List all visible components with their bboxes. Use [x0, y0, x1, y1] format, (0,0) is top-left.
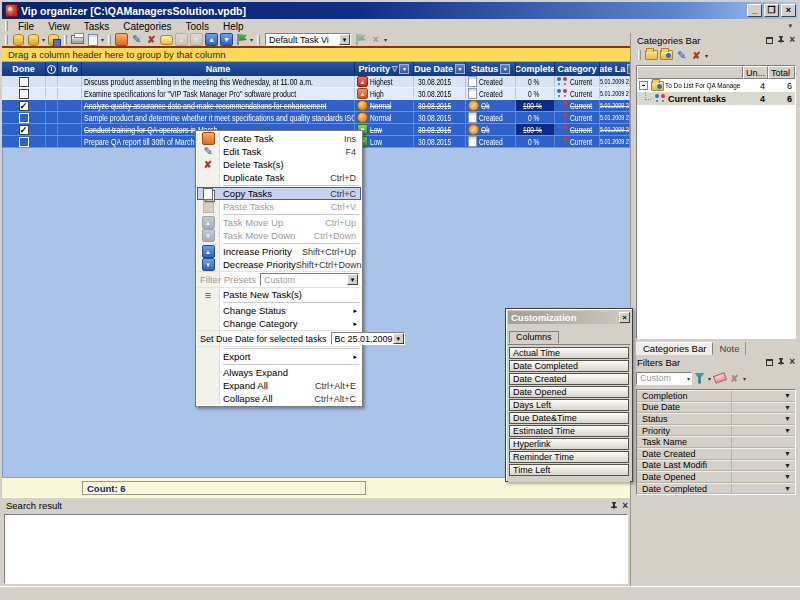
collapse-icon[interactable] [639, 81, 648, 90]
chevron-down-icon[interactable]: ▼ [347, 274, 358, 285]
chevron-down-icon[interactable]: ▾ [687, 375, 690, 382]
delete-task-icon[interactable]: ✘ [145, 33, 158, 46]
close-icon[interactable]: × [622, 502, 628, 510]
column-chip[interactable]: Time Left [509, 464, 629, 476]
column-header-info[interactable]: Info [58, 62, 82, 76]
menu-item[interactable]: File [11, 21, 41, 32]
close-icon[interactable]: × [619, 312, 630, 323]
context-menu-item[interactable]: Task Move Down Ctrl+Down [197, 229, 361, 242]
context-menu-item[interactable]: Copy Tasks Ctrl+C [197, 187, 361, 200]
context-menu-item[interactable]: Paste New Task(s) [197, 288, 361, 301]
filter-preset-combo[interactable]: Custom ▾ [636, 372, 692, 385]
menubar-overflow-icon[interactable]: ▾ [788, 22, 792, 30]
column-header-status[interactable]: Status [466, 62, 516, 76]
context-menu-item[interactable]: Set Due Date for selected tasks Bc 25.01… [197, 330, 361, 347]
customization-title-bar[interactable]: Customization × [508, 311, 630, 324]
search-result-content[interactable] [4, 514, 628, 584]
menu-item[interactable]: Tasks [77, 21, 117, 32]
column-chip[interactable]: Estimated Time [509, 425, 629, 437]
filter-row[interactable]: Date Last Modifi ▼ [637, 460, 795, 472]
flag-icon[interactable] [235, 33, 248, 46]
table-row[interactable]: Examine specifications for "VIP Task Man… [2, 88, 630, 100]
new-category-icon[interactable] [645, 49, 658, 62]
menu-item[interactable]: Tools [179, 21, 216, 32]
done-checkbox[interactable] [19, 125, 29, 135]
chevron-down-icon[interactable]: ▼ [784, 427, 795, 434]
context-menu-item[interactable]: Decrease Priority Shift+Ctrl+Down [197, 258, 361, 271]
toolbar-overflow-icon[interactable]: ▾ [705, 52, 708, 59]
tree-header-unread[interactable]: Un... [743, 66, 768, 79]
chevron-down-icon[interactable]: ▼ [784, 485, 795, 492]
restore-button[interactable]: ❐ [764, 4, 779, 17]
context-menu-item[interactable]: Duplicate Task Ctrl+D [197, 171, 361, 184]
delete-category-icon[interactable]: ✘ [690, 49, 703, 62]
increase-priority-icon[interactable]: ▲ [205, 33, 218, 46]
filter-row[interactable]: Date Completed ▼ [637, 483, 795, 495]
table-row[interactable]: Analyze quality assurance data and make … [2, 100, 630, 112]
close-icon[interactable]: × [789, 36, 795, 44]
filter-row[interactable]: Date Opened ▼ [637, 471, 795, 483]
print-icon[interactable] [71, 33, 84, 46]
context-menu-item[interactable]: Change Status [197, 304, 361, 317]
sidebar-tab[interactable]: Categories Bar [636, 342, 713, 355]
menu-item[interactable]: Categories [116, 21, 178, 32]
chevron-down-icon[interactable]: ▼ [784, 404, 795, 411]
tree-root-row[interactable]: To Do List For QA Manage 4 6 [637, 79, 795, 92]
column-header-done[interactable]: Done [2, 62, 46, 76]
chevron-down-icon[interactable]: ▼ [784, 450, 795, 457]
edit-category-icon[interactable]: ✎ [675, 49, 688, 62]
new-database-icon[interactable] [12, 33, 25, 46]
context-menu-item[interactable]: Filter Presets Custom ▼ [197, 271, 361, 288]
edit-task-icon[interactable]: ✎ [130, 33, 143, 46]
save-database-icon[interactable] [47, 33, 60, 46]
menu-item[interactable]: View [41, 21, 77, 32]
chevron-down-icon[interactable]: ▼ [784, 392, 795, 399]
menu-item[interactable]: Help [216, 21, 251, 32]
minimize-button[interactable]: _ [747, 4, 762, 17]
column-chip[interactable]: Actual Time [509, 347, 629, 359]
task-view-combo[interactable]: Default Task Vi ▼ [265, 33, 351, 46]
pin-icon[interactable] [777, 36, 785, 44]
chevron-down-icon[interactable]: ▼ [784, 473, 795, 480]
column-header-category[interactable]: Category [555, 62, 600, 76]
chevron-down-icon[interactable]: ▼ [784, 462, 795, 469]
done-checkbox[interactable] [19, 77, 29, 87]
column-chip[interactable]: Date Completed [509, 360, 629, 372]
chevron-down-icon[interactable]: ▼ [339, 34, 350, 45]
column-header-date-last[interactable]: Date La [600, 62, 630, 76]
column-header-complete[interactable]: Complete [516, 62, 555, 76]
close-button[interactable]: × [781, 4, 796, 17]
done-checkbox[interactable] [19, 137, 29, 147]
done-checkbox[interactable] [19, 101, 29, 111]
column-chip[interactable]: Days Left [509, 399, 629, 411]
restore-icon[interactable] [766, 37, 773, 44]
filter-row[interactable]: Priority ▼ [637, 425, 795, 437]
pin-icon[interactable] [610, 502, 618, 510]
toolbar-grip[interactable] [5, 35, 8, 45]
create-task-icon[interactable] [115, 33, 128, 46]
column-header-due-date[interactable]: Due Date [414, 62, 466, 76]
chevron-down-icon[interactable]: ▾ [101, 36, 104, 43]
filter-row[interactable]: Task Name [637, 436, 795, 448]
context-menu-item[interactable]: Always Expand [197, 366, 361, 379]
context-menu-item[interactable]: Delete Task(s) [197, 158, 361, 171]
menu-combo[interactable]: Custom ▼ [260, 273, 359, 286]
done-checkbox[interactable] [19, 89, 29, 99]
column-chip[interactable]: Hyperlink [509, 438, 629, 450]
toolbar-overflow-icon[interactable]: ▾ [743, 375, 746, 382]
column-chip[interactable]: Date Opened [509, 386, 629, 398]
decrease-priority-icon[interactable]: ▼ [220, 33, 233, 46]
column-header-name[interactable]: Name [82, 62, 355, 76]
new-subcategory-icon[interactable] [660, 49, 673, 62]
context-menu-item[interactable]: Paste Tasks Ctrl+V [197, 200, 361, 213]
column-chip[interactable]: Due Date&Time [509, 412, 629, 424]
chevron-down-icon[interactable]: ▾ [708, 375, 711, 382]
menu-combo[interactable]: Bc 25.01.2009 ▼ [331, 332, 405, 345]
filter-row[interactable]: Date Created ▼ [637, 448, 795, 460]
tree-child-row[interactable]: Current tasks 4 6 [637, 92, 795, 105]
table-row[interactable]: Sample product and determine whether it … [2, 112, 630, 124]
context-menu-item[interactable]: Expand All Ctrl+Alt+E [197, 379, 361, 392]
pin-icon[interactable] [777, 358, 785, 366]
context-menu-item[interactable]: Change Category [197, 317, 361, 330]
table-row[interactable]: Discuss product assembling in the meetin… [2, 76, 630, 88]
